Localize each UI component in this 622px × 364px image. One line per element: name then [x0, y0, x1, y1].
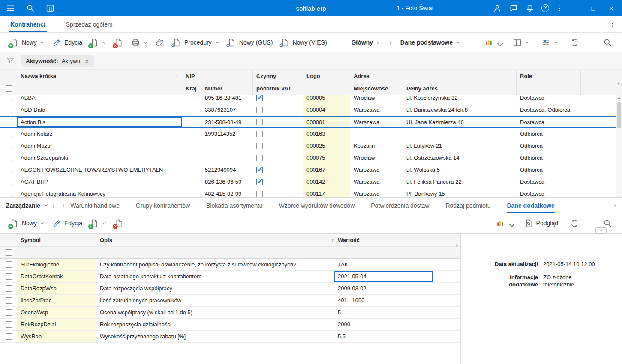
company-selector[interactable]: 1 - Foto Świat — [397, 5, 497, 12]
section-tab[interactable]: Warunki handlowe — [70, 198, 120, 213]
row-checkbox[interactable] — [6, 191, 12, 197]
column-header-role[interactable]: Role — [517, 70, 581, 82]
column-header-kraj[interactable]: Kraj — [182, 82, 201, 95]
column-header-miejscowosc[interactable]: Miejscowość — [350, 82, 403, 95]
tab-menu-icon[interactable]: ⋮ — [609, 20, 616, 27]
document-options-button[interactable]: i — [86, 35, 111, 50]
detail-row[interactable]: RokRozpDzial Rok rozpoczęcia działalnośc… — [0, 319, 460, 331]
detail-expand-icon[interactable]: › — [456, 242, 458, 249]
column-header-pelny-adres[interactable]: Pełny adres — [403, 82, 517, 95]
tabs-scroll-right-icon[interactable]: › — [610, 198, 616, 213]
detail-row[interactable]: IloscZatPrac Ilość zatrudnionych pracown… — [0, 295, 460, 307]
new-vies-button[interactable]: ⚙ Nowy (VIES) — [276, 35, 331, 50]
minimize-button[interactable]: – — [570, 5, 581, 12]
filter-chip-aktywnosc[interactable]: Aktywność: Aktywni × — [21, 55, 94, 67]
detail-row[interactable]: SurEkologiczne Czy kontrahent podpisał o… — [0, 259, 460, 271]
column-header-nazwa-krotka[interactable]: Nazwa krótka ↑ — [17, 70, 182, 82]
new-button[interactable]: + Nowy — [6, 35, 48, 50]
column-header-wartosc[interactable]: Wartość — [334, 234, 433, 246]
table-row[interactable]: AEGON POWSZECHNE TOWARZYSTWO EMERYTALN 5… — [0, 164, 622, 176]
vat-checkbox[interactable] — [256, 155, 263, 161]
tab-sprzedaz-ogolem[interactable]: Sprzedaż ogółem — [64, 16, 114, 32]
view-primary-selector[interactable]: Główny — [347, 35, 385, 50]
layout-button[interactable] — [509, 35, 533, 50]
tab-kontrahenci[interactable]: Kontrahenci — [9, 16, 47, 32]
detail-document-options-button[interactable]: i — [86, 216, 111, 230]
row-checkbox[interactable] — [6, 309, 12, 316]
detail-row[interactable]: DataOststKontak Data ostatniego kontaktu… — [0, 271, 460, 283]
scrollbar-thumb[interactable] — [617, 102, 621, 128]
grid-search-button[interactable] — [599, 35, 616, 50]
row-checkbox[interactable] — [6, 155, 12, 161]
detail-row[interactable]: DataRozpWsp Data rozpoczęcia współpracy … — [0, 283, 460, 295]
row-checkbox[interactable] — [6, 285, 12, 292]
more-options-icon[interactable]: ⋮ — [556, 5, 563, 12]
collapse-panel-icon[interactable]: ‹ — [618, 79, 620, 87]
scroll-up-icon[interactable] — [617, 97, 621, 99]
tabs-scroll-left-icon[interactable]: ‹ — [59, 198, 68, 213]
column-header-nip[interactable]: NIP — [182, 70, 253, 82]
vat-checkbox[interactable] — [256, 107, 263, 113]
column-header-symbol[interactable]: Symbol — [17, 234, 96, 246]
row-checkbox[interactable] — [6, 107, 12, 113]
maximize-button[interactable]: □ — [588, 5, 599, 12]
vat-checkbox[interactable] — [256, 95, 263, 101]
chart-view-button[interactable] — [481, 35, 505, 50]
table-row[interactable]: ABBA 895-16-28-481 000005 Wrocław ul. Ko… — [0, 95, 622, 104]
filter-funnel-icon[interactable] — [6, 57, 15, 65]
vat-checkbox[interactable] — [256, 191, 263, 197]
row-checkbox[interactable] — [6, 333, 12, 340]
detail-edit-button[interactable]: Edycja — [48, 216, 86, 230]
refresh-button[interactable] — [566, 35, 583, 50]
row-checkbox[interactable] — [6, 321, 12, 328]
view-secondary-selector[interactable]: Dane podstawowe — [397, 35, 464, 50]
vat-checkbox[interactable] — [256, 167, 263, 173]
row-checkbox[interactable] — [6, 143, 12, 149]
select-all-checkbox[interactable] — [6, 85, 12, 92]
row-checkbox[interactable] — [6, 179, 12, 185]
detail-delete-button[interactable]: × — [111, 216, 127, 230]
user-icon[interactable] — [493, 3, 502, 13]
notifications-bell-icon[interactable] — [525, 3, 535, 13]
section-tab[interactable]: Dane dodatkowe — [507, 198, 555, 213]
procedures-button[interactable]: ⚙ Procedury — [168, 35, 223, 50]
manage-selector[interactable]: Zarządzanie — [6, 198, 48, 213]
row-checkbox[interactable] — [6, 95, 12, 101]
chat-icon[interactable] — [509, 3, 518, 13]
detail-row[interactable]: WysRab Wysokość przyznanego rabatu [%] 5… — [0, 331, 460, 343]
search-icon[interactable] — [26, 3, 35, 13]
section-tab[interactable]: Rodzaj podmiotu — [445, 198, 490, 213]
panel-expander-button[interactable] — [595, 227, 607, 234]
vat-checkbox[interactable] — [256, 179, 263, 185]
table-row[interactable]: Adam Szczepański 000075 Wrocław ul. Ostr… — [0, 152, 622, 164]
row-checkbox[interactable] — [6, 167, 12, 173]
detail-row[interactable]: OcenaWsp Ocena współpracy (w skali od 1 … — [0, 307, 460, 319]
delete-button[interactable]: × — [111, 35, 127, 50]
section-tab[interactable]: Potwierdzenia dostaw — [371, 198, 429, 213]
column-header-numer[interactable]: Numer — [201, 82, 253, 95]
table-row[interactable]: ABD Data 3387623107 000004 Warszawa ul. … — [0, 104, 622, 116]
row-checkbox[interactable] — [6, 119, 12, 125]
detail-select-all-checkbox[interactable] — [6, 249, 12, 256]
row-checkbox[interactable] — [6, 261, 12, 268]
detail-refresh-button[interactable] — [566, 216, 583, 230]
table-row[interactable]: Action.Bis 231-508-08-49 000001 Warszawa… — [0, 116, 622, 128]
row-checkbox[interactable] — [6, 273, 12, 280]
table-row[interactable]: AGAT BHP 826-136-96-59 000142 Warszawa u… — [0, 176, 622, 188]
detail-chart-view-button[interactable] — [492, 216, 516, 230]
section-tab[interactable]: Grupy kontrahentów — [136, 198, 190, 213]
column-header-logo[interactable]: Logo — [303, 70, 350, 82]
modules-icon[interactable] — [45, 3, 55, 13]
table-row[interactable]: Adam Mazur 000025 Koszalin ul. Lutyków 2… — [0, 140, 622, 152]
section-tab[interactable]: Wzorce wydruków dowodów — [279, 198, 355, 213]
row-checkbox[interactable] — [6, 297, 12, 304]
table-row[interactable]: Adam Kolarz 1993114352 000163 Odbiorca — [0, 128, 622, 140]
hamburger-menu-icon[interactable] — [6, 3, 15, 13]
vertical-scrollbar[interactable] — [616, 95, 622, 197]
section-tab[interactable]: Blokada asortymentu — [206, 198, 263, 213]
vat-checkbox[interactable] — [256, 143, 263, 149]
edit-button[interactable]: Edycja — [48, 35, 86, 50]
row-checkbox[interactable] — [6, 131, 12, 137]
column-header-czynny[interactable]: Czynny — [253, 70, 303, 82]
column-header-podatnik-vat[interactable]: podatnik VAT — [253, 82, 303, 95]
